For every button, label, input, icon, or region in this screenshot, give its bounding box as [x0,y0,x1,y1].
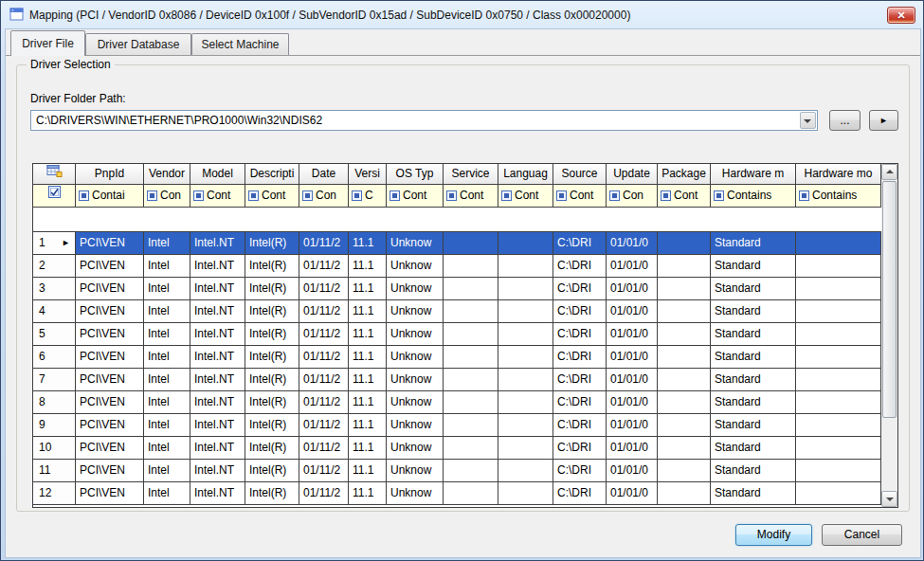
filter-cell-versi[interactable]: C [349,185,387,208]
table-cell[interactable]: Unknow [387,300,444,323]
table-cell[interactable]: C:\DRI [553,346,607,369]
table-cell[interactable]: Intel(R) [245,255,299,278]
filter-cell-hardware-m[interactable]: Contains [711,185,796,208]
table-cell[interactable] [796,323,881,346]
filter-cell-update[interactable]: Con [607,185,658,208]
table-cell[interactable]: Intel(R) [245,232,299,255]
table-cell[interactable]: C:\DRI [553,391,607,414]
table-cell[interactable] [444,346,498,369]
table-cell[interactable]: 01/11/2 [299,369,349,391]
table-cell[interactable] [444,300,498,323]
row-header[interactable]: 10 [33,437,76,460]
table-cell[interactable]: 01/11/2 [299,346,349,369]
table-row[interactable]: 9PCI\VENIntelIntel.NTIntel(R)01/11/211.1… [33,414,881,437]
filter-checkbox-icon[interactable] [193,190,204,201]
table-cell[interactable]: 01/01/0 [607,414,658,437]
table-cell[interactable]: Intel [144,437,190,460]
filter-cell-hardware-mo[interactable]: Contains [796,185,881,208]
filter-cell-descripti[interactable]: Cont [245,185,299,208]
filter-cell-source[interactable]: Cont [553,185,607,208]
table-cell[interactable] [796,346,881,369]
table-cell[interactable]: Intel [144,482,190,505]
row-header[interactable]: 12 [33,482,76,505]
table-cell[interactable]: 11.1 [349,460,387,482]
table-cell[interactable] [498,391,553,414]
table-cell[interactable]: Unknow [387,232,444,255]
table-cell[interactable] [444,232,498,255]
table-cell[interactable]: C:\DRI [553,369,607,391]
row-header[interactable]: 11 [33,460,76,482]
combo-dropdown-button[interactable] [800,112,816,129]
table-cell[interactable]: Intel.NT [190,300,245,323]
table-row[interactable]: 6PCI\VENIntelIntel.NTIntel(R)01/11/211.1… [33,346,881,369]
table-cell[interactable]: 01/11/2 [299,460,349,482]
table-cell[interactable]: Unknow [387,482,444,505]
table-cell[interactable] [796,300,881,323]
column-header-vendor[interactable]: Vendor [144,164,190,185]
table-cell[interactable]: Intel.NT [190,460,245,482]
table-cell[interactable] [658,346,711,369]
table-cell[interactable]: C:\DRI [553,414,607,437]
table-cell[interactable] [444,414,498,437]
grid-corner-button[interactable] [33,164,76,185]
filter-checkbox-icon[interactable] [352,190,362,201]
table-cell[interactable]: PCI\VEN [76,460,144,482]
column-header-versi[interactable]: Versi [349,164,387,185]
column-header-model[interactable]: Model [190,164,245,185]
filter-checkbox-icon[interactable] [390,190,400,201]
grid-filter-button[interactable] [33,185,76,208]
filter-checkbox-icon[interactable] [79,190,89,201]
modify-button[interactable]: Modify [735,524,812,546]
table-cell[interactable] [796,460,881,482]
filter-cell-date[interactable]: Con [299,185,349,208]
table-cell[interactable]: Intel.NT [190,414,245,437]
table-cell[interactable] [444,482,498,505]
table-cell[interactable]: Intel.NT [190,323,245,346]
table-cell[interactable]: PCI\VEN [76,346,144,369]
table-cell[interactable] [796,437,881,460]
table-cell[interactable]: Standard [711,460,796,482]
cancel-button[interactable]: Cancel [822,524,902,546]
row-header[interactable]: 1► [33,232,76,255]
table-cell[interactable] [658,482,711,505]
table-cell[interactable]: Intel(R) [245,300,299,323]
table-cell[interactable] [444,278,498,300]
table-cell[interactable]: Intel(R) [245,278,299,300]
table-cell[interactable] [498,460,553,482]
row-header[interactable]: 4 [33,300,76,323]
scroll-up-button[interactable] [881,164,897,180]
table-cell[interactable]: C:\DRI [553,255,607,278]
driver-folder-path-combo[interactable]: C:\DRIVERS\WIN\ETHERNET\PRO1000\Win32\ND… [30,110,818,131]
table-cell[interactable]: 11.1 [349,323,387,346]
table-row[interactable]: 12PCI\VENIntelIntel.NTIntel(R)01/11/211.… [33,482,881,505]
filter-cell-languag[interactable]: Cont [498,185,553,208]
table-cell[interactable]: 01/01/0 [607,391,658,414]
table-cell[interactable]: C:\DRI [553,232,607,255]
table-cell[interactable]: PCI\VEN [76,300,144,323]
table-cell[interactable]: Unknow [387,346,444,369]
filter-checkbox-icon[interactable] [147,190,157,201]
table-cell[interactable]: PCI\VEN [76,437,144,460]
column-header-pnpid[interactable]: PnpId [76,164,144,185]
filter-cell-model[interactable]: Cont [190,185,245,208]
table-cell[interactable] [498,323,553,346]
filter-checkbox-icon[interactable] [501,190,512,201]
row-header[interactable]: 2 [33,255,76,278]
table-cell[interactable]: Intel.NT [190,278,245,300]
table-cell[interactable] [498,300,553,323]
table-cell[interactable]: Standard [711,369,796,391]
table-cell[interactable]: Intel(R) [245,369,299,391]
scrollbar-thumb[interactable] [882,181,897,418]
column-header-os-typ[interactable]: OS Typ [387,164,444,185]
column-header-hardware-m[interactable]: Hardware m [711,164,796,185]
table-cell[interactable]: Intel.NT [190,255,245,278]
close-button[interactable]: ✕ [887,7,915,24]
table-cell[interactable]: Unknow [387,278,444,300]
table-cell[interactable]: Intel [144,232,190,255]
table-cell[interactable]: Intel [144,391,190,414]
table-cell[interactable]: Intel(R) [245,391,299,414]
filter-cell-pnpid[interactable]: Contai [76,185,144,208]
filter-cell-service[interactable]: Cont [444,185,498,208]
table-cell[interactable]: C:\DRI [553,437,607,460]
table-row[interactable]: 8PCI\VENIntelIntel.NTIntel(R)01/11/211.1… [33,391,881,414]
